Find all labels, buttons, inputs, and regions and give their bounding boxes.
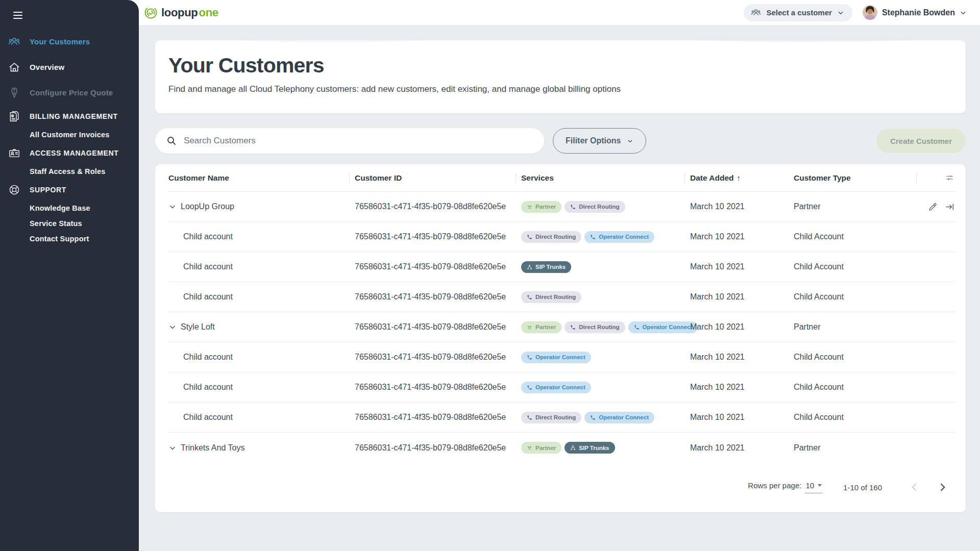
service-badge-label: Partner — [535, 445, 556, 451]
sidebar-item-label: Service Status — [30, 219, 82, 228]
services-cell: Direct RoutingOperator Connect — [521, 231, 690, 243]
table-row[interactable]: Child account76586031-c471-4f35-b079-08d… — [168, 403, 955, 433]
column-header-date-added[interactable]: Date Added↑ — [690, 164, 794, 191]
phone-icon — [590, 234, 596, 240]
table-row[interactable]: Style Loft76586031-c471-4f35-b079-08d8fe… — [168, 312, 955, 342]
service-badge-label: Direct Routing — [535, 234, 576, 240]
row-actions — [922, 201, 955, 213]
service-badge-label: Operator Connect — [535, 354, 585, 360]
expand-row-chevron-icon[interactable] — [168, 203, 177, 211]
sidebar-item-service-status[interactable]: Service Status — [0, 216, 139, 231]
search-icon — [166, 136, 177, 146]
customer-name: Child account — [183, 383, 233, 392]
services-cell: SIP Trunks — [521, 261, 690, 273]
filter-options-label: Filiter Options — [566, 136, 621, 145]
customer-id-cell: 76586031-c471-4f35-b079-08d8fe620e5e — [355, 353, 521, 362]
rows-per-page-select[interactable]: 10 — [804, 481, 823, 493]
table-row[interactable]: LoopUp Group76586031-c471-4f35-b079-08d8… — [168, 192, 955, 222]
phone-icon — [527, 355, 532, 360]
customers-icon — [751, 8, 761, 18]
sidebar-item-all-customer-invoices[interactable]: All Customer Invoices — [0, 127, 139, 142]
table-footer: Rows per page: 10 1-10 of 160 — [168, 463, 955, 512]
column-header-customer-type[interactable]: Customer Type — [794, 164, 922, 191]
customer-type-cell: Child Account — [794, 413, 922, 422]
service-badge-label: Direct Routing — [535, 414, 576, 420]
create-customer-button[interactable]: Create Customer — [876, 129, 966, 153]
caret-down-icon — [818, 484, 822, 487]
service-badge-direct-routing: Direct Routing — [565, 201, 625, 213]
chevron-down-icon — [837, 9, 844, 16]
column-header-services[interactable]: Services — [521, 164, 690, 191]
sidebar: Your CustomersOverview$Configure Price Q… — [0, 0, 139, 551]
user-menu-button[interactable]: Stephanie Bowden — [863, 5, 967, 20]
go-to-customer-icon[interactable] — [944, 201, 955, 213]
sip-icon — [527, 264, 532, 270]
sidebar-item-label: Contact Support — [30, 235, 89, 243]
hamburger-menu-button[interactable] — [11, 8, 24, 23]
customer-type-cell: Child Account — [794, 353, 922, 362]
service-badge-label: Partner — [535, 204, 556, 210]
customer-name: Child account — [183, 262, 233, 271]
filter-options-button[interactable]: Filiter Options — [553, 128, 646, 154]
sidebar-item-contact-support[interactable]: Contact Support — [0, 231, 139, 246]
people-icon — [7, 35, 21, 49]
chevron-down-icon — [627, 138, 633, 144]
date-added-cell: March 10 2021 — [690, 353, 794, 362]
service-badge-sip-trunks: SIP Trunks — [521, 261, 571, 273]
edit-pencil-icon[interactable] — [927, 201, 939, 213]
customer-type-cell: Child Account — [794, 292, 922, 302]
partner-icon — [527, 445, 532, 450]
sidebar-item-your-customers[interactable]: Your Customers — [0, 29, 139, 55]
sidebar-item-overview[interactable]: Overview — [0, 55, 139, 80]
column-header-customer-id[interactable]: Customer ID — [355, 164, 521, 191]
date-added-cell: March 10 2021 — [690, 383, 794, 392]
table-row[interactable]: Child account76586031-c471-4f35-b079-08d… — [168, 282, 955, 312]
date-added-cell: March 10 2021 — [690, 262, 794, 271]
customer-name-cell: Style Loft — [168, 322, 355, 332]
search-input[interactable] — [184, 136, 534, 146]
services-cell: Direct RoutingOperator Connect — [521, 412, 690, 423]
customer-type-cell: Child Account — [794, 262, 922, 271]
previous-page-button[interactable] — [905, 478, 924, 496]
customer-name: Style Loft — [181, 322, 215, 332]
date-added-cell: March 10 2021 — [690, 292, 794, 302]
customer-id-cell: 76586031-c471-4f35-b079-08d8fe620e5e — [355, 322, 521, 332]
date-added-cell: March 10 2021 — [690, 202, 794, 211]
select-customer-button[interactable]: Select a customer — [744, 4, 852, 21]
services-cell: Operator Connect — [521, 352, 690, 363]
column-settings-icon[interactable] — [944, 172, 955, 184]
sidebar-item-access-management[interactable]: ACCESS MANAGEMENT — [0, 142, 139, 164]
table-row[interactable]: Child account76586031-c471-4f35-b079-08d… — [168, 252, 955, 282]
customer-name: Trinkets And Toys — [181, 443, 244, 453]
customer-name: Child account — [183, 232, 233, 241]
service-badge-partner: Partner — [521, 321, 561, 333]
column-header-customer-name[interactable]: Customer Name — [168, 164, 355, 191]
phone-icon — [527, 234, 532, 240]
service-badge-operator-connect: Operator Connect — [584, 412, 654, 423]
table-row[interactable]: Child account76586031-c471-4f35-b079-08d… — [168, 372, 955, 403]
next-page-button[interactable] — [933, 478, 951, 496]
customer-id-cell: 76586031-c471-4f35-b079-08d8fe620e5e — [355, 292, 521, 302]
sidebar-nav: Your CustomersOverview$Configure Price Q… — [0, 29, 139, 246]
sidebar-item-label: All Customer Invoices — [30, 131, 110, 139]
table-row[interactable]: Trinkets And Toys76586031-c471-4f35-b079… — [168, 433, 955, 463]
partner-icon — [527, 204, 532, 210]
top-bar: loopupone Select a customer — [0, 0, 980, 25]
sip-icon — [570, 445, 576, 450]
phone-icon — [527, 415, 532, 420]
service-badge-label: Operator Connect — [535, 384, 585, 390]
page-title: Your Customers — [168, 54, 966, 78]
sidebar-item-staff-access-roles[interactable]: Staff Access & Roles — [0, 164, 139, 179]
customer-name-cell: Trinkets And Toys — [168, 443, 355, 453]
sidebar-item-support[interactable]: SUPPORT — [0, 179, 139, 201]
expand-row-chevron-icon[interactable] — [168, 323, 177, 331]
sidebar-item-label: Your Customers — [30, 37, 90, 46]
expand-row-chevron-icon[interactable] — [168, 444, 177, 452]
sidebar-item-billing-management[interactable]: $BILLING MANAGEMENT — [0, 106, 139, 127]
invoice-icon: $ — [7, 109, 21, 123]
sidebar-item-knowledge-base[interactable]: Knowledge Base — [0, 201, 139, 216]
customer-id-cell: 76586031-c471-4f35-b079-08d8fe620e5e — [355, 413, 521, 422]
table-row[interactable]: Child account76586031-c471-4f35-b079-08d… — [168, 342, 955, 372]
table-header-row: Customer Name Customer ID Services Date … — [168, 164, 955, 192]
table-row[interactable]: Child account76586031-c471-4f35-b079-08d… — [168, 222, 955, 252]
